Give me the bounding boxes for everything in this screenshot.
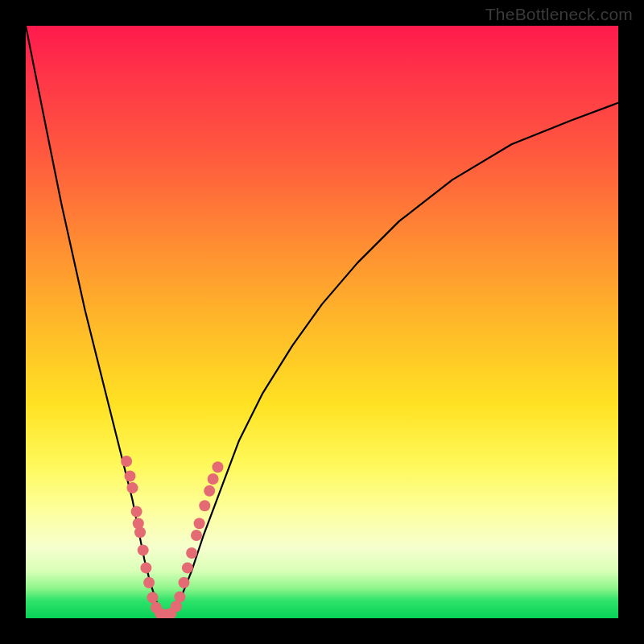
marker-dot [138, 544, 149, 555]
plot-area [26, 26, 618, 618]
curve-layer [26, 26, 618, 615]
marker-layer [121, 456, 223, 618]
marker-dot [182, 562, 193, 573]
marker-dot [186, 547, 197, 559]
chart-svg [26, 26, 618, 618]
marker-dot [194, 518, 205, 529]
marker-dot [147, 592, 159, 603]
marker-dot [199, 500, 210, 511]
marker-dot [179, 577, 190, 588]
marker-dot [134, 526, 146, 538]
marker-dot [143, 577, 155, 588]
marker-dot [131, 506, 142, 518]
marker-dot [204, 485, 215, 497]
marker-dot [213, 461, 224, 473]
marker-dot [174, 592, 185, 603]
watermark-text: TheBottleneck.com [485, 5, 633, 24]
marker-dot [140, 562, 151, 573]
bottleneck-curve [26, 26, 618, 615]
marker-dot [125, 470, 136, 481]
marker-dot [191, 530, 202, 541]
marker-dot [208, 473, 219, 485]
marker-dot [121, 456, 132, 467]
outer-frame: TheBottleneck.com [0, 0, 644, 644]
marker-dot [127, 482, 138, 493]
